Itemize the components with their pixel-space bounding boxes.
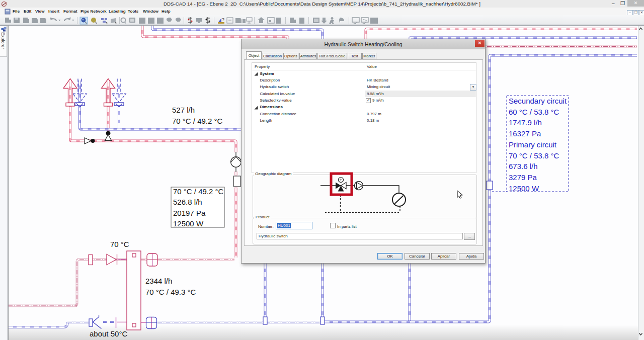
- svg-text:60 °C / 53.8 °C: 60 °C / 53.8 °C: [509, 108, 559, 116]
- svg-text:Primary circuit: Primary circuit: [509, 140, 557, 149]
- svg-text:?: ?: [222, 17, 224, 22]
- svg-text:20197 Pa: 20197 Pa: [173, 209, 206, 217]
- svg-text:1747.9 l/h: 1747.9 l/h: [509, 118, 542, 127]
- svg-text:12500 W: 12500 W: [509, 184, 539, 193]
- svg-text:70 °C / 49.2 °C: 70 °C / 49.2 °C: [172, 117, 223, 125]
- svg-text:3279 Pa: 3279 Pa: [509, 173, 537, 182]
- svg-text:673.6 l/h: 673.6 l/h: [509, 162, 538, 171]
- svg-text:70 °C: 70 °C: [110, 240, 129, 248]
- svg-text:12500 W: 12500 W: [173, 219, 204, 228]
- svg-text:2344 l/h: 2344 l/h: [145, 277, 172, 285]
- svg-text:527 l/h: 527 l/h: [172, 106, 195, 114]
- svg-text:70 °C / 53.8 °C: 70 °C / 53.8 °C: [509, 151, 559, 160]
- svg-text:526.8 l/h: 526.8 l/h: [173, 198, 202, 206]
- svg-text:about 50°C: about 50°C: [90, 329, 127, 338]
- svg-text:16327 Pa: 16327 Pa: [509, 129, 541, 138]
- svg-text:70 °C / 49.3 °C: 70 °C / 49.3 °C: [145, 288, 196, 296]
- svg-text:Secundary circuit: Secundary circuit: [509, 97, 567, 105]
- svg-text:70 °C / 49.2 °C: 70 °C / 49.2 °C: [173, 187, 224, 196]
